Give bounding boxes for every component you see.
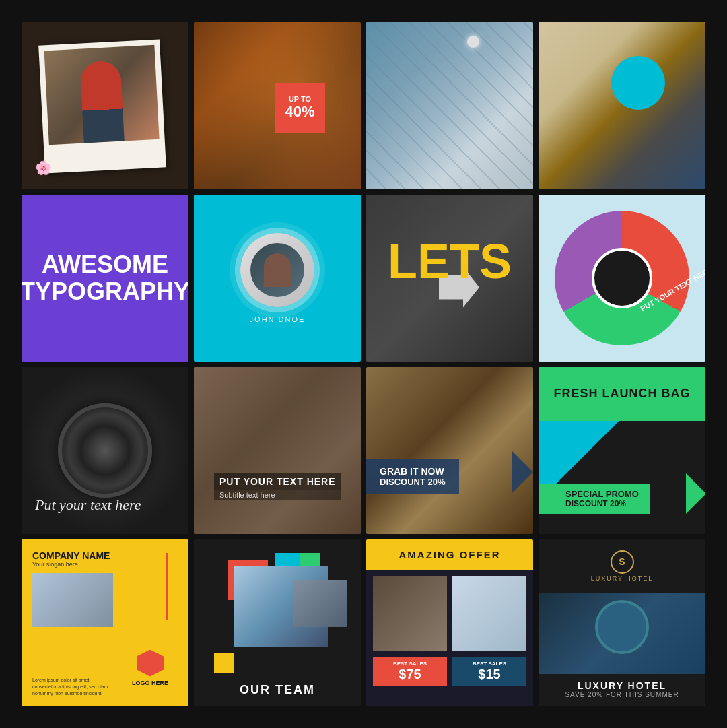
hotel-name-small: LUXURY HOTEL (591, 575, 654, 582)
company-logo-area: LOGO HERE (132, 650, 168, 686)
polaroid-photo (44, 44, 160, 144)
teal-circle-decoration (611, 56, 665, 110)
grab-line1: GRAB IT NOW (380, 466, 446, 477)
red-bar-decoration (166, 553, 168, 620)
cell-camera: Put your text here (22, 367, 188, 534)
typography-line2: TYPOGRAPHY (22, 277, 188, 305)
launch-header: FRESH LAUNCH BAG (539, 367, 705, 421)
bowl-inner-ring (592, 248, 652, 308)
price1-label: BEST SALES (377, 661, 443, 667)
cell-lets: LETS (366, 195, 533, 362)
badge-up-to: UP TO (289, 95, 311, 103)
price2-label: BEST SALES (456, 661, 522, 667)
person-figure (80, 60, 125, 143)
company-name-text: COMPANY NAME (32, 550, 178, 561)
badge-percent: 40% (285, 103, 314, 121)
team-square-yellow2 (214, 653, 234, 673)
promo-line1: SPECIAL PROMO (565, 489, 639, 499)
cell-photographer: PUT YOUR TEXT HERE Subtitle text here (194, 367, 361, 534)
cell-architecture (366, 22, 533, 189)
photographer-text-box: PUT YOUR TEXT HERE Subtitle text here (214, 473, 341, 500)
arch-overlay (366, 22, 533, 189)
grab-banner: GRAB IT NOW DISCOUNT 20% (366, 459, 459, 494)
arch-background (366, 22, 533, 189)
photographer-subtitle: Subtitle text here (214, 490, 341, 500)
hotel-main-name: LUXURY HOTEL (547, 680, 697, 691)
hex-logo-shape (137, 650, 164, 677)
hotel-footer: LUXURY HOTEL SAVE 20% FOR THIS SUMMER (539, 672, 705, 706)
profile-face-shape (264, 253, 291, 287)
discount-badge: UP TO 40% (275, 83, 325, 133)
cell-profile: JOHN DNOE (194, 195, 361, 362)
pendant-light (467, 36, 479, 48)
camera-script-text: Put your text here (35, 496, 141, 514)
profile-avatar (250, 243, 304, 297)
lorem-text: Lorem ipsum dolor sit amet, consectetur … (32, 677, 113, 696)
cell-food: UP TO 40% (194, 22, 361, 189)
grab-background (366, 367, 533, 534)
camera-lens (58, 403, 152, 498)
hotel-tagline: SAVE 20% FOR THIS SUMMER (547, 691, 697, 698)
team-small-image (293, 580, 347, 627)
launch-promo-banner: SPECIAL PROMO DISCOUNT 20% (539, 484, 650, 514)
offer-price-badge1: BEST SALES $75 (373, 657, 447, 686)
offer-product1 (373, 576, 447, 651)
launch-title: FRESH LAUNCH BAG (554, 387, 691, 401)
launch-chevron (686, 473, 705, 514)
cell-salad: PUT YOUR TEXT HERE (539, 195, 705, 362)
hotel-logo-area: S LUXURY HOTEL (539, 550, 705, 582)
price1-value: $75 (377, 667, 443, 682)
offer-header: AMAZING OFFER (366, 539, 533, 570)
cell-launch: FRESH LAUNCH BAG SPECIAL PROMO DISCOUNT … (539, 367, 705, 534)
cell-team: OUR TEAM (194, 539, 361, 706)
cell-map (539, 22, 705, 189)
cell-grab: GRAB IT NOW DISCOUNT 20% (366, 367, 533, 534)
polaroid-frame (38, 39, 166, 173)
logo-label: LOGO HERE (132, 680, 168, 686)
photographer-main-text: PUT YOUR TEXT HERE (214, 473, 341, 490)
promo-line2: DISCOUNT 20% (565, 499, 639, 508)
company-office-photo (32, 573, 113, 627)
typography-text: AWESOME TYPOGRAPHY (22, 238, 188, 318)
profile-ring (240, 233, 314, 307)
grab-line2: DISCOUNT 20% (380, 477, 446, 487)
bowl-container: PUT YOUR TEXT HERE (555, 211, 689, 345)
cell-polaroid: 🌸 (22, 22, 188, 189)
hotel-pool-circle (595, 600, 649, 654)
grab-arrow (512, 451, 533, 494)
team-label: OUR TEAM (194, 683, 361, 697)
photographer-background (194, 367, 361, 534)
cell-typography: AWESOME TYPOGRAPHY (22, 195, 188, 362)
cell-offer: AMAZING OFFER BEST SALES $75 BEST SALES … (366, 539, 533, 706)
offer-title: AMAZING OFFER (399, 549, 501, 560)
lets-text: LETS (388, 234, 512, 289)
cell-company: COMPANY NAME Your slogan here LOGO HERE … (22, 539, 188, 706)
flower-decoration: 🌸 (35, 160, 52, 176)
hotel-emblem: S (611, 550, 634, 574)
profile-name-text: JOHN DNOE (250, 315, 306, 323)
company-tagline: Your slogan here (32, 561, 178, 568)
typography-line1: AWESOME (42, 251, 168, 278)
photographer-overlay (194, 367, 361, 534)
price2-value: $15 (456, 667, 522, 682)
template-grid: 🌸 UP TO 40% AWESOME TYPOGRAPHY (16, 17, 711, 712)
cell-hotel: S LUXURY HOTEL LUXURY HOTEL SAVE 20% FOR… (539, 539, 705, 706)
offer-product2 (452, 576, 526, 651)
offer-price-badge2: BEST SALES $15 (452, 657, 526, 686)
map-background (539, 22, 705, 189)
